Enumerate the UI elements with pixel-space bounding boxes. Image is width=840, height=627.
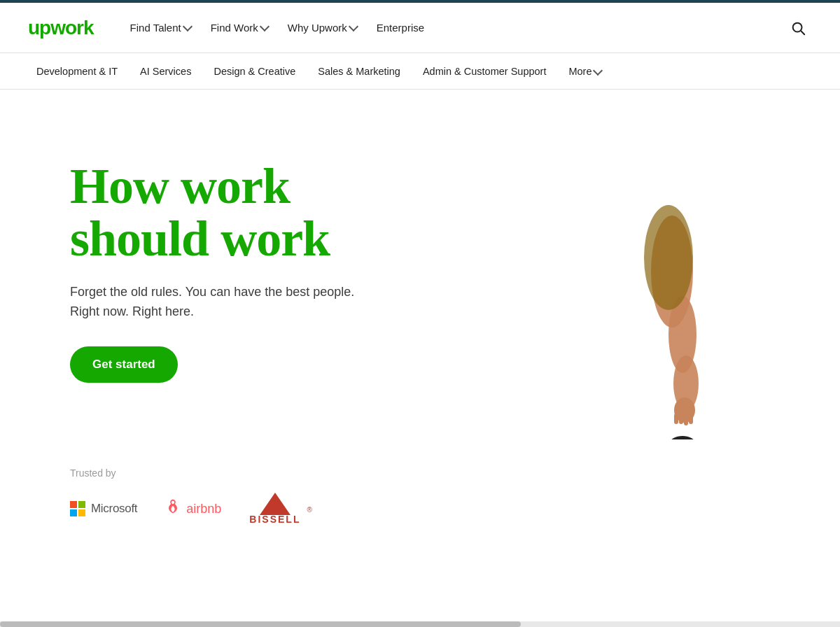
svg-rect-7 — [679, 411, 683, 424]
person-illustration — [546, 132, 700, 439]
trusted-label: Trusted by — [70, 467, 812, 479]
ms-blue-square — [70, 509, 77, 516]
search-button[interactable] — [784, 14, 812, 42]
svg-rect-8 — [684, 411, 688, 425]
ms-red-square — [70, 501, 77, 508]
subnav-design-creative[interactable]: Design & Creative — [205, 62, 304, 81]
svg-line-1 — [802, 31, 805, 34]
microsoft-text: Microsoft — [91, 502, 137, 516]
bissell-trademark: ® — [307, 506, 312, 514]
airbnb-text: airbnb — [186, 502, 221, 516]
airbnb-svg — [165, 498, 181, 515]
subnav-more-label: More — [568, 66, 592, 77]
nav-find-work-label: Find Work — [211, 22, 258, 34]
trusted-section: Trusted by Microsoft airbnb — [0, 439, 840, 553]
logo[interactable]: upwork — [28, 17, 94, 39]
bissell-logo: BISSELL ® — [249, 493, 312, 525]
nav-why-upwork[interactable]: Why Upwork — [279, 16, 365, 39]
subnav-sales-marketing[interactable]: Sales & Marketing — [309, 62, 409, 81]
chevron-down-icon — [349, 22, 358, 31]
nav-enterprise-label: Enterprise — [377, 22, 424, 34]
nav-links: Find Talent Find Work Why Upwork Enterpr… — [122, 16, 784, 39]
search-icon — [790, 20, 806, 36]
nav-find-work[interactable]: Find Work — [202, 16, 276, 39]
chevron-down-icon — [260, 22, 270, 31]
main-navigation: upwork Find Talent Find Work Why Upwork … — [0, 3, 840, 53]
svg-point-5 — [644, 205, 693, 310]
hero-title: How workshould work — [70, 160, 354, 266]
microsoft-grid-icon — [70, 501, 85, 516]
hero-section: How workshould work Forget the old rules… — [0, 90, 840, 439]
chevron-down-icon — [183, 22, 192, 31]
get-started-button[interactable]: Get started — [70, 346, 178, 383]
logo-text: upwork — [28, 17, 94, 39]
sub-navigation: Development & IT AI Services Design & Cr… — [0, 53, 840, 90]
trusted-logos: Microsoft airbnb BISSELL ® — [70, 493, 812, 525]
hero-content: How workshould work Forget the old rules… — [70, 160, 354, 383]
chevron-down-icon — [593, 65, 603, 75]
nav-enterprise[interactable]: Enterprise — [368, 16, 433, 39]
svg-rect-9 — [689, 411, 693, 424]
nav-find-talent-label: Find Talent — [130, 22, 181, 34]
subnav-ai-services[interactable]: AI Services — [132, 62, 200, 81]
svg-point-11 — [670, 436, 695, 439]
airbnb-logo: airbnb — [165, 498, 221, 519]
subnav-development[interactable]: Development & IT — [28, 62, 126, 81]
subnav-admin-support[interactable]: Admin & Customer Support — [414, 62, 555, 81]
hero-subtitle: Forget the old rules. You can have the b… — [70, 283, 354, 322]
airbnb-icon — [165, 498, 181, 519]
nav-right — [784, 14, 812, 42]
bissell-text: BISSELL — [249, 514, 300, 525]
nav-why-upwork-label: Why Upwork — [288, 22, 347, 34]
subnav-more[interactable]: More — [560, 62, 610, 81]
svg-rect-10 — [674, 414, 678, 424]
bissell-triangle-icon — [260, 493, 290, 515]
microsoft-logo: Microsoft — [70, 501, 137, 516]
nav-find-talent[interactable]: Find Talent — [122, 16, 200, 39]
hero-illustration — [546, 132, 840, 439]
svg-point-0 — [793, 22, 802, 31]
ms-green-square — [78, 501, 85, 508]
ms-yellow-square — [78, 509, 85, 516]
